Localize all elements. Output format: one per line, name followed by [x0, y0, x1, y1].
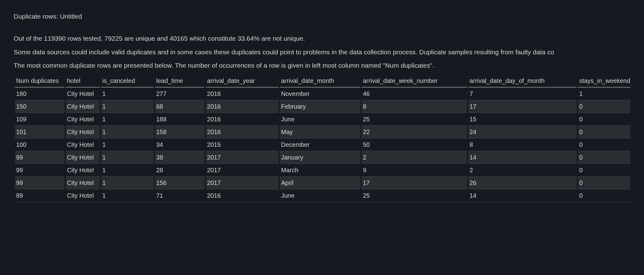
- cell-arrival-date-week-number: 50: [362, 138, 467, 151]
- cell-is-canceled: 1: [101, 100, 154, 113]
- table-row[interactable]: 99City Hotel11562017April17260: [15, 177, 630, 189]
- cell-arrival-date-month: January: [280, 151, 360, 164]
- cell-lead-time: 158: [155, 126, 205, 138]
- cell-is-canceled: 1: [101, 88, 154, 100]
- cell-arrival-date-year: 2016: [206, 126, 279, 138]
- cell-arrival-date-week-number: 8: [362, 100, 467, 113]
- cell-is-canceled: 1: [101, 113, 154, 126]
- cell-lead-time: 34: [155, 138, 205, 151]
- cell-num-duplicates: 100: [15, 138, 64, 151]
- cell-hotel: City Hotel: [66, 100, 100, 113]
- cell-stays-in-weekend-nights: 0: [578, 151, 630, 164]
- cell-arrival-date-month: April: [280, 177, 360, 189]
- cell-arrival-date-year: 2017: [206, 151, 279, 164]
- col-lead-time[interactable]: lead_time: [155, 74, 205, 88]
- cell-arrival-date-week-number: 22: [362, 126, 467, 138]
- cell-arrival-date-day-of-month: 24: [468, 126, 577, 138]
- cell-arrival-date-year: 2016: [206, 88, 279, 100]
- cell-num-duplicates: 109: [15, 113, 64, 126]
- cell-arrival-date-year: 2016: [206, 100, 279, 113]
- cell-is-canceled: 1: [101, 189, 154, 202]
- cell-arrival-date-month: November: [280, 88, 360, 100]
- cell-arrival-date-week-number: 25: [362, 113, 467, 126]
- table-header-row: Num duplicates hotel is_canceled lead_ti…: [15, 74, 630, 88]
- cell-arrival-date-day-of-month: 15: [468, 113, 577, 126]
- table-row[interactable]: 101City Hotel11582016May22240: [15, 126, 630, 138]
- col-num-duplicates[interactable]: Num duplicates: [15, 74, 64, 88]
- cell-arrival-date-day-of-month: 14: [468, 151, 577, 164]
- cell-arrival-date-week-number: 17: [362, 177, 467, 189]
- cell-arrival-date-year: 2015: [206, 138, 279, 151]
- cell-arrival-date-day-of-month: 2: [468, 164, 577, 177]
- table-row[interactable]: 150City Hotel1682016February8170: [15, 100, 630, 113]
- cell-arrival-date-day-of-month: 14: [468, 189, 577, 202]
- duplicate-rows-panel: Duplicate rows: Untitled Out of the 1193…: [0, 0, 644, 275]
- cell-hotel: City Hotel: [66, 88, 100, 100]
- cell-arrival-date-day-of-month: 26: [468, 177, 577, 189]
- cell-arrival-date-month: June: [280, 113, 360, 126]
- cell-is-canceled: 1: [101, 138, 154, 151]
- cell-stays-in-weekend-nights: 0: [578, 113, 630, 126]
- cell-arrival-date-day-of-month: 7: [468, 88, 577, 100]
- cell-arrival-date-month: February: [280, 100, 360, 113]
- cell-stays-in-weekend-nights: 0: [578, 100, 630, 113]
- cell-is-canceled: 1: [101, 151, 154, 164]
- table-body: 180City Hotel12772016November4671150City…: [15, 88, 630, 202]
- cell-arrival-date-day-of-month: 17: [468, 100, 577, 113]
- cell-is-canceled: 1: [101, 164, 154, 177]
- col-hotel[interactable]: hotel: [66, 74, 100, 88]
- col-arrival-date-day-of-month[interactable]: arrival_date_day_of_month: [468, 74, 577, 88]
- cell-stays-in-weekend-nights: 0: [578, 164, 630, 177]
- cell-is-canceled: 1: [101, 126, 154, 138]
- cell-arrival-date-month: June: [280, 189, 360, 202]
- cell-lead-time: 277: [155, 88, 205, 100]
- cell-hotel: City Hotel: [66, 189, 100, 202]
- cell-lead-time: 156: [155, 177, 205, 189]
- cell-stays-in-weekend-nights: 0: [578, 126, 630, 138]
- cell-arrival-date-month: May: [280, 126, 360, 138]
- cell-arrival-date-week-number: 46: [362, 88, 467, 100]
- cell-num-duplicates: 99: [15, 164, 64, 177]
- cell-stays-in-weekend-nights: 0: [578, 177, 630, 189]
- cell-arrival-date-year: 2017: [206, 164, 279, 177]
- table-row[interactable]: 180City Hotel12772016November4671: [15, 88, 630, 100]
- col-is-canceled[interactable]: is_canceled: [101, 74, 154, 88]
- summary-line-3: The most common duplicate rows are prese…: [14, 61, 630, 70]
- cell-num-duplicates: 150: [15, 100, 64, 113]
- col-arrival-date-week-number[interactable]: arrival_date_week_number: [362, 74, 467, 88]
- cell-hotel: City Hotel: [66, 126, 100, 138]
- table-row[interactable]: 109City Hotel11882016June25150: [15, 113, 630, 126]
- cell-lead-time: 28: [155, 164, 205, 177]
- cell-arrival-date-week-number: 9: [362, 164, 467, 177]
- cell-num-duplicates: 101: [15, 126, 64, 138]
- col-arrival-date-month[interactable]: arrival_date_month: [280, 74, 360, 88]
- cell-arrival-date-month: December: [280, 138, 360, 151]
- table-row[interactable]: 99City Hotel1382017January2140: [15, 151, 630, 164]
- col-arrival-date-year[interactable]: arrival_date_year: [206, 74, 279, 88]
- col-stays-in-weekend-nights[interactable]: stays_in_weekend_nights: [578, 74, 630, 88]
- panel-title: Duplicate rows: Untitled: [14, 12, 630, 21]
- table-row[interactable]: 100City Hotel1342015December5080: [15, 138, 630, 151]
- cell-hotel: City Hotel: [66, 177, 100, 189]
- cell-arrival-date-year: 2017: [206, 177, 279, 189]
- summary-line-1: Out of the 119390 rows tested, 79225 are…: [14, 34, 630, 43]
- cell-lead-time: 188: [155, 113, 205, 126]
- cell-num-duplicates: 99: [15, 151, 64, 164]
- cell-num-duplicates: 89: [15, 189, 64, 202]
- table-row[interactable]: 99City Hotel1282017March920: [15, 164, 630, 177]
- cell-num-duplicates: 180: [15, 88, 64, 100]
- duplicate-rows-table-wrap: Num duplicates hotel is_canceled lead_ti…: [14, 74, 630, 202]
- summary-line-2: Some data sources could include valid du…: [14, 47, 630, 56]
- cell-hotel: City Hotel: [66, 151, 100, 164]
- cell-arrival-date-week-number: 25: [362, 189, 467, 202]
- cell-hotel: City Hotel: [66, 164, 100, 177]
- cell-arrival-date-year: 2016: [206, 113, 279, 126]
- cell-arrival-date-day-of-month: 8: [468, 138, 577, 151]
- cell-hotel: City Hotel: [66, 113, 100, 126]
- table-row[interactable]: 89City Hotel1712016June25140: [15, 189, 630, 202]
- cell-arrival-date-week-number: 2: [362, 151, 467, 164]
- cell-is-canceled: 1: [101, 177, 154, 189]
- cell-stays-in-weekend-nights: 0: [578, 189, 630, 202]
- cell-lead-time: 71: [155, 189, 205, 202]
- cell-stays-in-weekend-nights: 1: [578, 88, 630, 100]
